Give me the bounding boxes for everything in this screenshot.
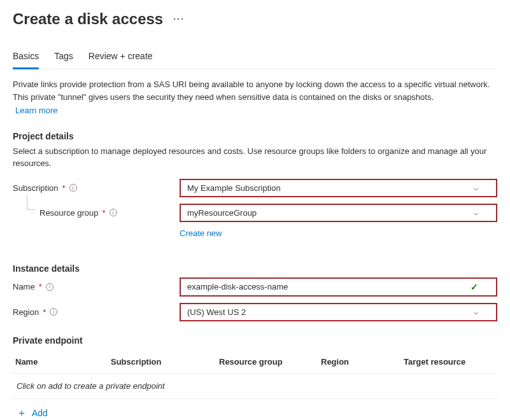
tab-tags[interactable]: Tags <box>54 46 73 69</box>
required-indicator: * <box>43 307 46 317</box>
subscription-label: Subscription <box>13 183 59 193</box>
instance-details-heading: Instance details <box>13 263 497 274</box>
tab-review-create[interactable]: Review + create <box>89 46 153 69</box>
intro-text: Private links provide protection from a … <box>13 80 490 102</box>
info-icon[interactable]: i <box>69 184 77 192</box>
plus-icon: ＋ <box>17 407 27 420</box>
resource-group-select[interactable]: myResourceGroup ⌵ <box>180 204 497 222</box>
col-resource-group: Resource group <box>219 357 321 367</box>
region-label: Region <box>13 307 39 317</box>
required-indicator: * <box>62 183 66 193</box>
private-endpoint-table: Name Subscription Resource group Region … <box>13 351 497 421</box>
empty-state-text: Click on add to create a private endpoin… <box>13 374 497 399</box>
chevron-down-icon: ⌵ <box>474 209 478 217</box>
tab-basics[interactable]: Basics <box>13 46 39 69</box>
col-region: Region <box>321 357 404 367</box>
check-icon: ✓ <box>471 282 478 292</box>
resource-group-label: Resource group <box>39 208 99 218</box>
table-header-row: Name Subscription Resource group Region … <box>13 351 497 374</box>
region-select[interactable]: (US) West US 2 ⌵ <box>180 303 497 321</box>
add-button[interactable]: ＋ Add <box>13 399 497 421</box>
tab-bar: Basics Tags Review + create <box>13 46 497 69</box>
name-label: Name <box>13 282 35 291</box>
col-subscription: Subscription <box>111 357 219 367</box>
project-details-heading: Project details <box>13 131 497 141</box>
region-value: (US) West US 2 <box>187 307 246 317</box>
col-name: Name <box>15 357 111 367</box>
add-label: Add <box>32 408 48 418</box>
private-endpoint-heading: Private endpoint <box>13 335 497 346</box>
learn-more-link[interactable]: Learn more <box>15 104 57 117</box>
required-indicator: * <box>39 282 42 291</box>
name-input[interactable]: example-disk-access-name ✓ <box>180 277 497 297</box>
info-icon[interactable]: i <box>110 209 117 216</box>
subscription-value: My Example Subscription <box>187 183 281 193</box>
required-indicator: * <box>103 208 106 218</box>
tree-connector <box>27 195 36 210</box>
name-value: example-disk-access-name <box>187 282 288 291</box>
chevron-down-icon: ⌵ <box>474 308 478 316</box>
project-details-subtext: Select a subscription to manage deployed… <box>13 145 497 170</box>
subscription-select[interactable]: My Example Subscription ⌵ <box>180 179 497 197</box>
info-icon[interactable]: i <box>46 283 53 291</box>
col-target-resource: Target resource <box>404 357 495 367</box>
create-new-link[interactable]: Create new <box>180 228 222 238</box>
info-icon[interactable]: i <box>50 308 57 316</box>
page-title: Create a disk access <box>13 10 163 28</box>
chevron-down-icon: ⌵ <box>474 184 478 192</box>
more-actions-icon[interactable]: ··· <box>173 14 185 24</box>
resource-group-value: myResourceGroup <box>187 208 257 218</box>
